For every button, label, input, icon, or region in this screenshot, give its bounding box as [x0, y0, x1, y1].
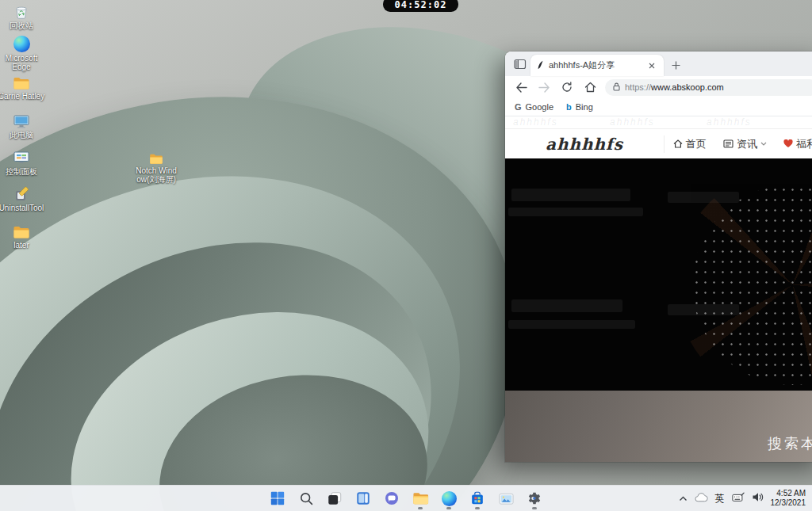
news-icon — [723, 139, 733, 148]
microsoft-store-icon — [469, 490, 485, 506]
file-explorer-icon — [412, 491, 429, 505]
desktop-icon-label: Microsoft Edge — [0, 54, 48, 71]
hero-ghost-text — [511, 189, 630, 201]
lock-icon — [613, 80, 620, 94]
heart-icon — [783, 139, 793, 148]
desktop-icon-label: 此电脑 — [10, 131, 33, 139]
folder-icon — [149, 152, 163, 165]
edge-icon — [13, 35, 30, 52]
chevron-down-icon — [760, 142, 767, 146]
new-tab-button[interactable] — [668, 58, 683, 72]
tab-actions-menu-button[interactable] — [510, 55, 530, 73]
tab-close-icon[interactable] — [645, 59, 659, 73]
task-view-icon — [327, 490, 343, 506]
tray-date: 12/3/2021 — [771, 498, 806, 508]
site-logo[interactable]: ahhhhfs — [505, 135, 664, 154]
folder-icon — [13, 73, 30, 90]
url-host: www.abskoop.com — [651, 82, 724, 92]
widgets-button[interactable] — [353, 488, 374, 509]
nav-label: 首页 — [686, 137, 707, 151]
this-pc-icon — [13, 112, 30, 129]
refresh-button[interactable] — [559, 79, 575, 95]
chat-button[interactable] — [381, 488, 403, 509]
nav-item-welfare[interactable]: 福利 — [783, 137, 812, 151]
settings-button[interactable] — [524, 488, 546, 509]
recycle-bin-icon — [13, 2, 29, 20]
browser-toolbar: https://www.abskoop.com — [505, 76, 812, 98]
page-footer-area: 搜索本 — [505, 391, 812, 462]
label-line-2: ow(刘海屏) — [136, 175, 175, 184]
bookmarks-bar: G Google b Bing — [505, 98, 812, 116]
bookmark-label: Google — [526, 102, 553, 112]
desktop-icon-uninstalltool[interactable]: UninstallTool — [0, 185, 48, 212]
hero-banner[interactable] — [505, 158, 812, 391]
google-favicon: G — [515, 102, 522, 112]
folder-icon — [13, 222, 30, 239]
tab-title: ahhhhfs-A姐分享 — [549, 59, 640, 71]
desktop-icon-label: Notch Wind ow(刘海屏) — [136, 166, 177, 184]
edge-browser-window: ahhhhfs-A姐分享 — [505, 51, 812, 462]
running-indicator — [475, 507, 480, 509]
watermark-text: ahhhhfs — [610, 116, 655, 128]
site-nav: 首页 资讯 福利 — [664, 135, 812, 153]
address-bar[interactable]: https://www.abskoop.com — [605, 79, 812, 96]
nav-label: 资讯 — [737, 137, 757, 151]
watermark-text: ahhhhfs — [707, 116, 752, 128]
edge-button[interactable] — [439, 488, 460, 509]
nav-item-home[interactable]: 首页 — [673, 137, 707, 151]
url-text: https://www.abskoop.com — [625, 82, 724, 92]
bookmark-bing[interactable]: b Bing — [566, 102, 593, 112]
taskbar-search-button[interactable] — [296, 488, 317, 509]
desktop-icon-notch-window[interactable]: Notch Wind ow(刘海屏) — [130, 152, 182, 184]
watermark-text: ahhhhfs — [513, 116, 558, 128]
desktop-icon-later[interactable]: later — [0, 222, 48, 250]
hero-ghost-text — [511, 299, 622, 312]
page-watermark-row: ahhhhfs ahhhhfs ahhhhfs — [505, 116, 812, 129]
desktop-icon-microsoft-edge[interactable]: Microsoft Edge — [0, 35, 48, 71]
volume-icon[interactable] — [752, 491, 764, 505]
widgets-icon — [355, 490, 371, 506]
desktop-icon-label: Carrie Hatley — [0, 92, 44, 101]
nav-item-news[interactable]: 资讯 — [723, 137, 767, 151]
bookmark-label: Bing — [576, 102, 593, 112]
settings-gear-icon — [527, 490, 542, 506]
label-line-1: Notch Wind — [136, 166, 177, 175]
windows-start-icon — [270, 490, 285, 506]
back-button[interactable] — [513, 79, 529, 95]
task-view-button[interactable] — [324, 488, 346, 509]
forward-button[interactable] — [536, 79, 552, 95]
hero-ghost-text — [508, 208, 643, 216]
desktop-icon-label: later — [13, 241, 29, 250]
running-indicator — [446, 507, 451, 509]
ime-indicator[interactable]: 英 — [715, 492, 725, 505]
chat-icon — [384, 490, 400, 506]
running-indicator — [532, 507, 537, 509]
file-explorer-button[interactable] — [410, 488, 431, 509]
hero-ghost-text — [508, 320, 635, 329]
microsoft-store-button[interactable] — [467, 488, 488, 509]
desktop-icon-control-panel[interactable]: 控制面板 — [0, 148, 48, 176]
browser-tab-active[interactable]: ahhhhfs-A姐分享 — [530, 55, 664, 76]
tray-clock[interactable]: 4:52 AM 12/3/2021 — [771, 489, 806, 508]
footer-search-text[interactable]: 搜索本 — [768, 434, 812, 453]
onedrive-cloud-icon[interactable] — [695, 491, 708, 505]
running-indicator — [418, 507, 423, 509]
search-icon — [299, 491, 314, 506]
home-button[interactable] — [582, 79, 598, 95]
control-panel-icon — [13, 148, 30, 166]
start-button[interactable] — [267, 488, 289, 509]
bookmark-google[interactable]: G Google — [515, 102, 553, 112]
photos-app-button[interactable] — [496, 488, 517, 509]
desktop-icon-label: 回收站 — [10, 21, 33, 30]
touch-keyboard-icon[interactable] — [732, 491, 745, 505]
desktop-icon-this-pc[interactable]: 此电脑 — [0, 112, 48, 139]
desktop-icon-recycle-bin[interactable]: 回收站 — [0, 2, 48, 30]
overlay-clock: 04:52:02 — [383, 0, 458, 12]
desktop-icon-carrie-hatley[interactable]: Carrie Hatley — [0, 73, 48, 101]
tray-chevron-up-icon[interactable] — [679, 491, 688, 505]
desktop-screen: 04:52:02 回收站 Microsoft Edge Carrie Hatle… — [0, 0, 812, 511]
site-header: ahhhhfs 首页 资讯 福利 — [505, 129, 812, 158]
nav-label: 福利 — [796, 137, 812, 151]
desktop-icon-label: UninstallTool — [0, 204, 44, 212]
uninstall-tool-icon — [13, 185, 29, 202]
